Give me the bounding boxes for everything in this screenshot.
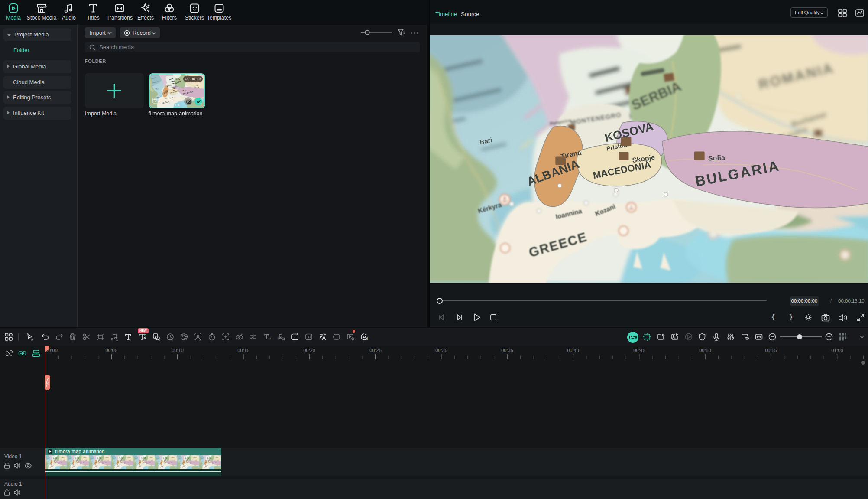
svg-text:AI: AI [185, 338, 187, 340]
svg-text:AI: AI [268, 337, 271, 340]
svg-text:AI: AI [366, 338, 368, 340]
